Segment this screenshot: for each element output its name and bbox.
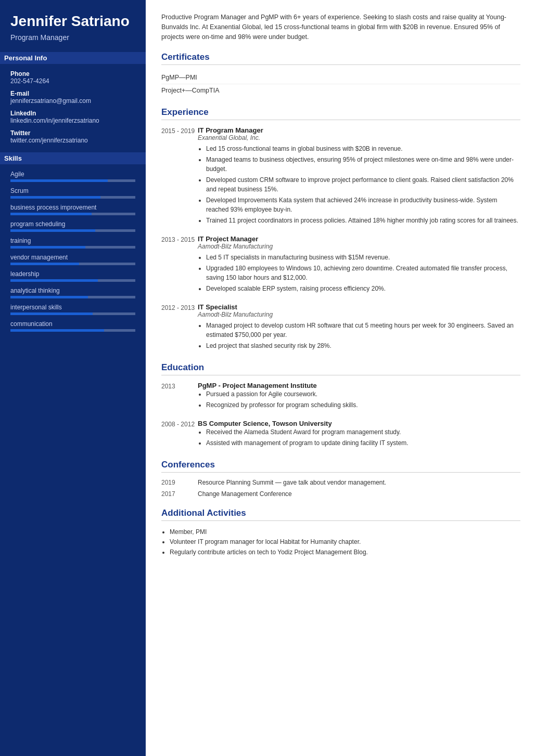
activities-heading: Additional Activities	[161, 508, 520, 521]
conference-row: 2019 Resource Planning Summit — gave tal…	[161, 479, 520, 486]
entry-bullets: Led 5 IT specialists in manufacturing bu…	[198, 253, 520, 293]
skill-name: analytical thinking	[10, 287, 135, 294]
skill-item: program scheduling	[10, 220, 135, 232]
entry-row: 2008 - 2012BS Computer Science, Towson U…	[161, 420, 520, 449]
sidebar: Jennifer Satriano Program Manager Person…	[0, 0, 146, 756]
skill-bar-bg	[10, 279, 135, 282]
contact-label: Twitter	[10, 129, 135, 137]
bullet-item: Managed teams to business objectives, en…	[206, 155, 520, 174]
bullet-item: Upgraded 180 employees to Windows 10, ac…	[206, 264, 520, 282]
education-heading: Education	[161, 362, 520, 375]
entry-company: Aamodt-Bilz Manufacturing	[198, 243, 520, 250]
activity-item: Regularly contribute articles on tech to…	[170, 548, 520, 557]
skill-item: leadership	[10, 270, 135, 282]
entry-date: 2015 - 2019	[161, 126, 198, 227]
certificate-item: PgMP—PMI	[161, 71, 520, 84]
bullet-item: Led 15 cross-functional teams in global …	[206, 144, 520, 153]
skill-bar-bg	[10, 213, 135, 215]
contact-value: twitter.com/jenniferzsatriano	[10, 137, 135, 144]
skill-name: training	[10, 237, 135, 244]
skill-bar-bg	[10, 196, 135, 199]
skill-bar-bg	[10, 179, 135, 182]
skill-item: training	[10, 237, 135, 249]
skill-name: vendor management	[10, 254, 135, 261]
contacts-section: Phone 202-547-4264E-mail jenniferzsatria…	[10, 70, 135, 144]
entry-title: PgMP - Project Management Institute	[198, 382, 520, 389]
personal-info-heading: Personal Info	[0, 52, 146, 64]
bullet-item: Assisted with management of program to u…	[206, 438, 520, 448]
skills-section: Agile Scrum business process improvement	[10, 171, 135, 332]
contact-label: Phone	[10, 70, 135, 77]
contact-item: LinkedIn linkedin.com/in/jenniferzsatria…	[10, 110, 135, 124]
conference-date: 2017	[161, 490, 198, 498]
conferences-list: 2019 Resource Planning Summit — gave tal…	[161, 479, 520, 498]
skill-bar-fill	[10, 329, 104, 332]
entry-bullets: Pursued a passion for Agile coursework.R…	[198, 389, 520, 410]
entry-content: IT Project ManagerAamodt-Bilz Manufactur…	[198, 235, 520, 295]
skill-bar-bg	[10, 312, 135, 315]
contact-label: LinkedIn	[10, 110, 135, 117]
education-section: Education 2013PgMP - Project Management …	[161, 362, 520, 449]
entry-date: 2013	[161, 382, 198, 411]
education-list: 2013PgMP - Project Management InstituteP…	[161, 382, 520, 449]
candidate-title: Program Manager	[10, 33, 135, 42]
entry-title: BS Computer Science, Towson University	[198, 420, 520, 427]
experience-list: 2015 - 2019IT Program ManagerExanential …	[161, 126, 520, 352]
skill-bar-bg	[10, 246, 135, 249]
summary-text: Productive Program Manager and PgMP with…	[161, 12, 520, 42]
skill-bar-fill	[10, 296, 88, 298]
contact-item: Phone 202-547-4264	[10, 70, 135, 85]
entry-content: IT Program ManagerExanential Global, Inc…	[198, 126, 520, 227]
entry-bullets: Received the Alameda Student Award for p…	[198, 427, 520, 448]
bullet-item: Led project that slashed security risk b…	[206, 341, 520, 350]
activities-section: Additional Activities Member, PMIVolunte…	[161, 508, 520, 557]
entry-bullets: Managed project to develop custom HR sof…	[198, 321, 520, 350]
contact-value: 202-547-4264	[10, 77, 135, 85]
entry-title: IT Program Manager	[198, 126, 520, 134]
skill-bar-fill	[10, 263, 79, 265]
skill-bar-fill	[10, 246, 85, 249]
skill-bar-fill	[10, 179, 108, 182]
conferences-section: Conferences 2019 Resource Planning Summi…	[161, 460, 520, 498]
contact-value: linkedin.com/in/jenniferzsatriano	[10, 117, 135, 124]
skill-name: Agile	[10, 171, 135, 178]
conference-text: Resource Planning Summit — gave talk abo…	[198, 479, 386, 486]
skill-bar-bg	[10, 229, 135, 232]
entry-company: Aamodt-Bilz Manufacturing	[198, 311, 520, 318]
skill-bar-fill	[10, 196, 100, 199]
skill-item: Scrum	[10, 187, 135, 199]
skill-name: program scheduling	[10, 220, 135, 228]
skill-name: leadership	[10, 270, 135, 278]
skill-item: interpersonal skills	[10, 304, 135, 315]
skill-name: communication	[10, 320, 135, 328]
entry-date: 2013 - 2015	[161, 235, 198, 295]
bullet-item: Recognized by professor for program sche…	[206, 400, 520, 410]
skill-bar-bg	[10, 329, 135, 332]
skill-bar-bg	[10, 296, 135, 298]
certificates-heading: Certificates	[161, 52, 520, 65]
skill-bar-fill	[10, 312, 93, 315]
skill-item: analytical thinking	[10, 287, 135, 298]
conference-row: 2017 Change Management Conference	[161, 490, 520, 498]
contact-label: E-mail	[10, 90, 135, 97]
candidate-name: Jennifer Satriano	[10, 12, 135, 30]
conference-date: 2019	[161, 479, 198, 486]
skill-bar-fill	[10, 229, 95, 232]
contact-value: jenniferzsatriano@gmail.com	[10, 97, 135, 105]
contact-item: E-mail jenniferzsatriano@gmail.com	[10, 90, 135, 105]
certificates-section: Certificates PgMP—PMIProject+—CompTIA	[161, 52, 520, 97]
entry-content: IT SpecialistAamodt-Bilz ManufacturingMa…	[198, 303, 520, 352]
skill-bar-fill	[10, 213, 92, 215]
entry-row: 2013 - 2015IT Project ManagerAamodt-Bilz…	[161, 235, 520, 295]
activity-item: Member, PMI	[170, 527, 520, 537]
bullet-item: Developed custom CRM software to improve…	[206, 175, 520, 194]
entry-row: 2015 - 2019IT Program ManagerExanential …	[161, 126, 520, 227]
bullet-item: Received the Alameda Student Award for p…	[206, 427, 520, 437]
bullet-item: Pursued a passion for Agile coursework.	[206, 389, 520, 399]
contact-item: Twitter twitter.com/jenniferzsatriano	[10, 129, 135, 144]
skill-bar-fill	[10, 279, 98, 282]
certificates-list: PgMP—PMIProject+—CompTIA	[161, 71, 520, 97]
skill-item: communication	[10, 320, 135, 332]
bullet-item: Developed scalable ERP system, raising p…	[206, 284, 520, 293]
experience-heading: Experience	[161, 107, 520, 120]
